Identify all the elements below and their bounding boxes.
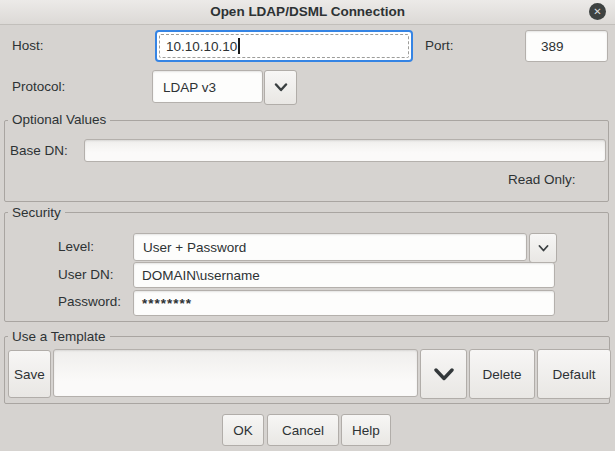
dialog-title: Open LDAP/DSML Connection (0, 0, 615, 24)
protocol-value: LDAP v3 (163, 79, 216, 94)
template-dropdown-button[interactable] (420, 349, 467, 399)
host-label: Host: (12, 38, 44, 53)
optional-values-legend: Optional Values (8, 112, 110, 127)
chevron-down-icon (538, 245, 549, 252)
template-legend: Use a Template (8, 329, 110, 344)
cancel-button[interactable]: Cancel (267, 414, 339, 446)
protocol-dropdown-button[interactable] (264, 70, 297, 105)
port-label: Port: (425, 38, 454, 53)
level-label: Level: (58, 239, 94, 254)
chevron-down-icon (433, 368, 455, 381)
level-value: User + Password (143, 240, 246, 255)
port-input[interactable]: 389 (525, 30, 608, 62)
base-dn-label: Base DN: (10, 143, 68, 158)
save-button[interactable]: Save (8, 350, 51, 398)
read-only-label: Read Only: (508, 172, 576, 187)
default-button[interactable]: Default (537, 349, 611, 399)
chevron-down-icon (274, 83, 288, 92)
password-label: Password: (58, 294, 121, 309)
template-combo-input[interactable] (53, 349, 418, 397)
host-value: 10.10.10.10 (166, 38, 240, 54)
titlebar: Open LDAP/DSML Connection ✕ (0, 0, 615, 25)
password-input[interactable]: ******** (133, 290, 555, 316)
text-cursor (238, 38, 240, 54)
help-button[interactable]: Help (341, 414, 391, 446)
security-legend: Security (8, 205, 65, 220)
host-input[interactable]: 10.10.10.10 (155, 30, 413, 62)
level-dropdown-button[interactable] (529, 233, 557, 263)
delete-button[interactable]: Delete (469, 349, 535, 399)
user-dn-label: User DN: (58, 267, 114, 282)
protocol-label: Protocol: (12, 79, 65, 94)
base-dn-input[interactable] (84, 139, 606, 162)
open-ldap-connection-dialog: Open LDAP/DSML Connection ✕ Host: 10.10.… (0, 0, 615, 451)
user-dn-value: DOMAIN\username (142, 268, 260, 283)
port-value: 389 (541, 39, 564, 54)
ok-button[interactable]: OK (222, 414, 264, 446)
close-icon[interactable]: ✕ (589, 3, 606, 20)
level-combo-input[interactable]: User + Password (133, 233, 527, 261)
protocol-combo-input[interactable]: LDAP v3 (152, 70, 263, 103)
password-value: ******** (142, 296, 192, 311)
user-dn-input[interactable]: DOMAIN\username (133, 262, 555, 288)
